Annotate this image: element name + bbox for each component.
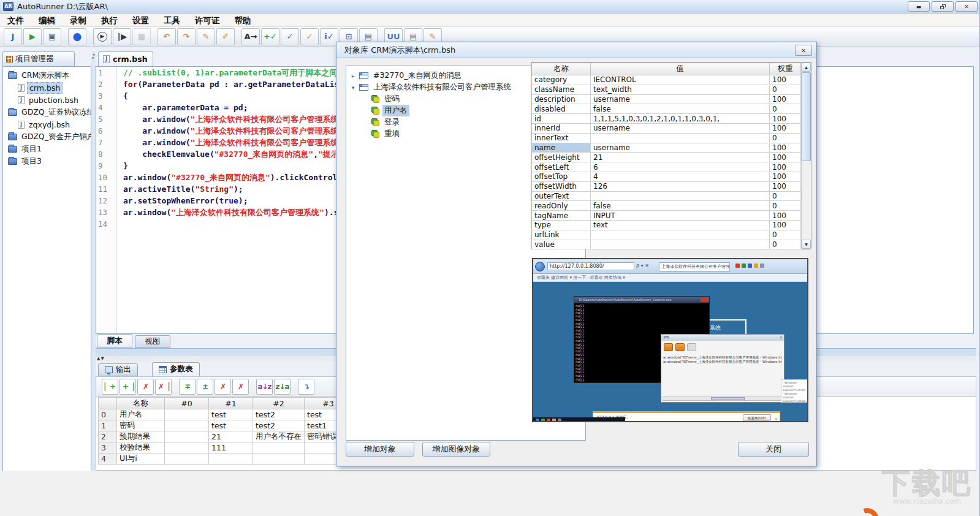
tree-item[interactable]: Jpubction.bsh: [3, 94, 91, 106]
property-weight[interactable]: 100: [770, 181, 801, 191]
tree-item[interactable]: GDZQ_资金开户销户: [3, 131, 91, 143]
property-weight[interactable]: 100: [770, 94, 801, 104]
table-cell[interactable]: 21: [209, 431, 253, 442]
tree-item[interactable]: 项目1: [3, 143, 91, 155]
property-row[interactable]: offsetLeft6100: [532, 162, 801, 172]
insert-col-right-button[interactable]: +▕: [120, 379, 136, 395]
menu-item-录制[interactable]: 录制: [63, 13, 94, 27]
menu-item-帮助[interactable]: 帮助: [227, 13, 259, 27]
tree-item[interactable]: GDZQ_证券协议冻结: [3, 106, 91, 118]
add-object-check-button[interactable]: +✓: [261, 28, 279, 45]
tree-item[interactable]: Jcrm.bsh: [3, 82, 91, 94]
property-name[interactable]: readOnly: [532, 201, 591, 211]
tab-param-table[interactable]: 参数表: [152, 362, 200, 376]
menu-item-编辑[interactable]: 编辑: [31, 13, 63, 27]
property-name[interactable]: disabled: [532, 104, 591, 114]
table-cell[interactable]: [253, 453, 305, 465]
property-weight[interactable]: 100: [770, 211, 801, 221]
property-name[interactable]: offsetWidth: [532, 181, 591, 191]
table-cell[interactable]: 密码: [117, 420, 165, 431]
property-row[interactable]: offsetTop4100: [532, 172, 801, 181]
property-row[interactable]: id1,1,1,5,1,0,3,0,1,2,1,0,1,1,0,3,0,1,10…: [532, 114, 801, 124]
property-weight[interactable]: 100: [770, 143, 801, 153]
tab-project-manager[interactable]: 项目管理器: [2, 51, 75, 66]
add-image-object-button[interactable]: 增加图像对象: [422, 442, 490, 457]
property-value[interactable]: text: [591, 220, 770, 230]
run-button[interactable]: ▶: [93, 28, 112, 45]
minimize-button[interactable]: ▬: [908, 1, 930, 12]
vertical-splitter[interactable]: ◂▸: [91, 51, 96, 509]
table-cell[interactable]: 预期结果: [117, 431, 165, 442]
property-row[interactable]: offsetHeight21100: [532, 153, 801, 162]
property-row[interactable]: readOnlyfalse0: [532, 201, 801, 211]
property-weight[interactable]: 100: [770, 172, 801, 181]
property-weight[interactable]: 100: [770, 220, 801, 230]
table-cell[interactable]: 校验结果: [117, 442, 165, 453]
new-script-button[interactable]: J: [4, 28, 22, 45]
table-cell[interactable]: test: [209, 420, 253, 431]
export-button[interactable]: ↴: [298, 379, 314, 395]
property-value[interactable]: [591, 240, 770, 249]
tree-item[interactable]: Jzqxydj.bsh: [3, 118, 91, 131]
redo-button[interactable]: ↷: [177, 28, 196, 45]
collapse-icon[interactable]: ▾: [350, 85, 356, 91]
table-cell[interactable]: test2: [253, 409, 305, 420]
property-row[interactable]: tagNameINPUT100: [532, 211, 801, 221]
property-row[interactable]: descriptionusername100: [532, 94, 801, 104]
table-cell[interactable]: [165, 431, 209, 442]
property-weight[interactable]: 100: [770, 75, 801, 85]
property-value[interactable]: username: [591, 143, 770, 153]
property-value[interactable]: false: [591, 104, 770, 114]
property-vscrollbar[interactable]: ▲ ▼: [801, 63, 811, 249]
table-cell[interactable]: [165, 442, 209, 453]
property-name[interactable]: outerText: [532, 191, 591, 201]
insert-row-below-button[interactable]: ±: [197, 379, 213, 395]
property-name[interactable]: innerId: [532, 123, 591, 133]
table-cell[interactable]: test2: [253, 420, 305, 431]
property-value[interactable]: 21: [591, 153, 770, 162]
undo-button[interactable]: ↶: [158, 28, 176, 45]
property-weight[interactable]: 0: [770, 133, 801, 143]
property-value[interactable]: false: [591, 201, 770, 211]
property-weight[interactable]: 0: [770, 85, 801, 94]
sort-asc-button[interactable]: a↓z: [256, 379, 273, 395]
replay-pen-button[interactable]: ✎: [197, 28, 215, 45]
property-weight[interactable]: 100: [770, 123, 801, 133]
tab-view[interactable]: 视图: [135, 335, 170, 348]
dialog-close-action-button[interactable]: 关闭: [738, 442, 809, 457]
delete-row-button[interactable]: ✗: [215, 379, 231, 395]
property-row[interactable]: urlLink0: [532, 230, 801, 240]
property-row[interactable]: categoryIECONTROL100: [532, 75, 801, 85]
property-name[interactable]: value: [532, 240, 591, 249]
scroll-down-icon[interactable]: ▼: [802, 240, 811, 249]
property-name[interactable]: innerText: [532, 133, 591, 143]
tab-crm-bsh[interactable]: J crm.bsh: [98, 51, 153, 66]
property-value[interactable]: IECONTROL: [591, 75, 770, 85]
text-recognition-button[interactable]: A→: [241, 28, 260, 45]
tab-output[interactable]: 输出: [98, 363, 138, 376]
table-cell[interactable]: [165, 409, 209, 420]
property-value[interactable]: INPUT: [591, 211, 770, 221]
property-value[interactable]: 4: [591, 172, 770, 181]
step-run-button[interactable]: ∣▶: [113, 28, 131, 45]
property-value[interactable]: 126: [591, 181, 770, 191]
record-button[interactable]: ●: [68, 28, 86, 45]
insert-row-above-button[interactable]: ∓: [179, 379, 196, 395]
menu-item-执行[interactable]: 执行: [94, 13, 125, 27]
table-cell[interactable]: 用户名不存在: [253, 431, 305, 442]
property-value[interactable]: text_width: [591, 85, 770, 94]
property-value[interactable]: 6: [591, 162, 770, 172]
property-row[interactable]: innerIdusername100: [532, 123, 801, 133]
scroll-thumb[interactable]: [802, 72, 811, 161]
delete-col-button[interactable]: ✗: [137, 379, 154, 395]
property-weight[interactable]: 0: [770, 240, 801, 249]
property-weight[interactable]: 0: [770, 104, 801, 114]
replay-pen-multi-button[interactable]: ✐: [216, 28, 235, 45]
property-weight[interactable]: 100: [770, 114, 801, 124]
property-name[interactable]: description: [532, 94, 591, 104]
add-object-button[interactable]: 增加对象: [346, 442, 414, 457]
table-cell[interactable]: [209, 453, 253, 465]
property-weight[interactable]: 0: [770, 191, 801, 201]
table-cell[interactable]: UI与i: [117, 453, 165, 465]
close-button[interactable]: ✕: [955, 1, 978, 12]
